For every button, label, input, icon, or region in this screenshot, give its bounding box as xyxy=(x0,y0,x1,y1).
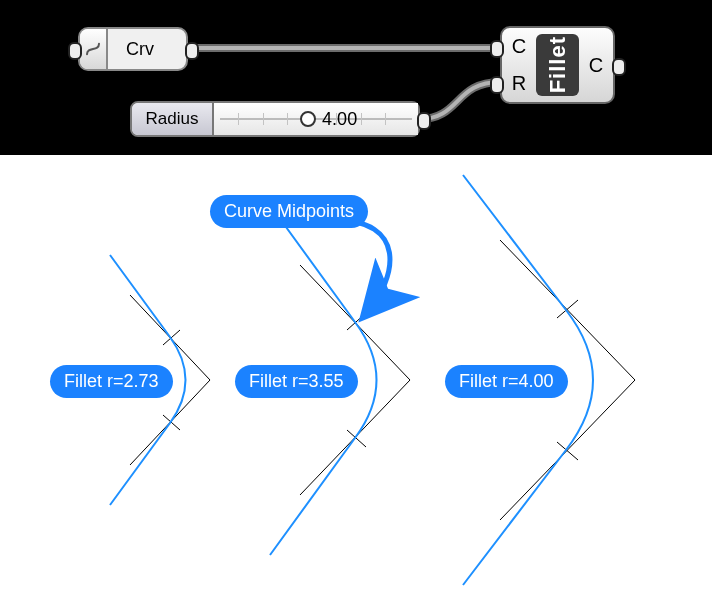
fillet-inputs: C R xyxy=(506,28,532,102)
fillet-label-2: Fillet r=3.55 xyxy=(235,365,358,398)
fillet-port-in-c[interactable] xyxy=(490,40,504,58)
curve-param-port-in[interactable] xyxy=(68,42,82,60)
fillet-input-c-label: C xyxy=(512,35,526,58)
node-editor-band: Crv Radius 4.00 C R Fillet xyxy=(0,0,712,155)
curve-param-port-out[interactable] xyxy=(185,42,199,60)
radius-slider-port-out[interactable] xyxy=(417,112,431,130)
fillet-component[interactable]: C R Fillet C xyxy=(500,26,615,104)
radius-slider-knob[interactable] xyxy=(300,111,316,127)
curve-param-icon xyxy=(80,29,108,69)
fillet-output-c-label: C xyxy=(589,54,603,77)
fillet-title-block: Fillet xyxy=(536,34,579,96)
svg-line-8 xyxy=(500,240,635,380)
fillet-outputs: C xyxy=(583,28,609,102)
radius-slider-value: 4.00 xyxy=(322,109,357,130)
fillet-label-1: Fillet r=2.73 xyxy=(50,365,173,398)
fillet-port-in-r[interactable] xyxy=(490,76,504,94)
curve-midpoints-label: Curve Midpoints xyxy=(210,195,368,228)
fillet-input-r-label: R xyxy=(512,72,526,95)
fillet-title: Fillet xyxy=(545,36,571,93)
radius-slider-name: Radius xyxy=(132,103,214,135)
svg-line-9 xyxy=(500,380,635,520)
geometry-diagram: Curve Midpoints Fillet r=2.73 Fillet r=3… xyxy=(0,160,712,615)
curve-param-label: Crv xyxy=(108,39,172,60)
curve-param-node[interactable]: Crv xyxy=(78,27,188,71)
midpoints-arrow xyxy=(335,220,390,315)
fillet-port-out-c[interactable] xyxy=(612,58,626,76)
radius-slider[interactable]: Radius 4.00 xyxy=(130,101,420,137)
fillet-label-3: Fillet r=4.00 xyxy=(445,365,568,398)
radius-slider-track[interactable]: 4.00 xyxy=(214,103,418,135)
